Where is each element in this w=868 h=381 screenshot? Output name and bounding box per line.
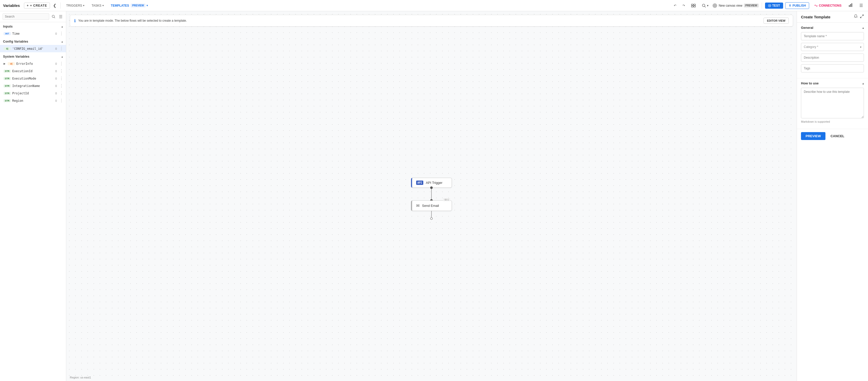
list-item[interactable]: ▶ U| ErrorInfo 0 ⋮ — [0, 60, 66, 67]
variable-count: 0 — [55, 84, 57, 87]
tasks-tab[interactable]: TASKS ▾ — [89, 3, 106, 8]
variable-name: Region — [12, 99, 54, 102]
variable-name: ExecutionId — [12, 69, 54, 73]
cancel-button[interactable]: CANCEL — [828, 132, 847, 140]
general-section-header[interactable]: General ▴ — [801, 26, 864, 30]
zoom-icon — [702, 4, 706, 8]
search-icon-button[interactable] — [51, 15, 56, 18]
type-badge-str: STR — [4, 84, 11, 87]
notification-icon-button[interactable] — [854, 14, 858, 19]
variable-menu-icon[interactable]: ⋮ — [59, 91, 63, 96]
list-item[interactable]: INT Time 0 ⋮ — [0, 30, 66, 37]
node-id-badge: ID:1 — [443, 198, 450, 201]
description-field — [801, 54, 864, 62]
hamburger-menu-button[interactable]: ☰ — [857, 2, 865, 9]
expand-arrow-icon: ▶ — [4, 62, 6, 65]
variable-menu-icon[interactable]: ⋮ — [59, 98, 63, 103]
templates-preview-badge: PREVIEW — [131, 4, 146, 7]
canvas-preview-badge: PREVIEW — [744, 4, 759, 7]
list-item[interactable]: STR ExecutionMode 0 ⋮ — [0, 75, 66, 82]
svg-rect-8 — [849, 5, 850, 7]
api-trigger-label: API Trigger — [426, 181, 442, 185]
how-to-use-section-header[interactable]: How to use ▴ — [801, 81, 864, 85]
how-to-use-section-title: How to use — [801, 81, 818, 85]
category-select-wrapper: Category * ▾ — [801, 43, 864, 51]
svg-line-12 — [54, 17, 55, 18]
connections-button[interactable]: CONNECTIONS — [811, 3, 844, 9]
right-panel-header: Create Template — [797, 11, 868, 23]
zoom-chevron-icon: ▾ — [707, 4, 709, 7]
list-item[interactable]: STR ProjectId 0 ⋮ — [0, 89, 66, 97]
svg-rect-3 — [694, 6, 695, 7]
test-label: TEST — [772, 4, 780, 7]
templates-tab[interactable]: TEMPLATES PREVIEW ▾ — [108, 3, 150, 8]
tags-input[interactable] — [801, 64, 864, 72]
filter-icon-button[interactable]: ☰ — [58, 14, 63, 20]
variable-name: ProjectId — [12, 92, 54, 95]
system-list: ▶ U| ErrorInfo 0 ⋮ STR ExecutionId 0 ⋮ S… — [0, 60, 66, 104]
variable-menu-icon[interactable]: ⋮ — [59, 83, 63, 88]
variable-count: 0 — [55, 62, 57, 65]
region-label: Region: us-east1 — [70, 376, 91, 379]
category-field: Category * ▾ — [801, 43, 864, 51]
template-banner: ℹ You are in template mode. The below fl… — [70, 15, 793, 27]
variable-menu-icon[interactable]: ⋮ — [59, 31, 63, 36]
layout-button[interactable] — [689, 3, 698, 8]
cancel-label: CANCEL — [831, 134, 844, 138]
preview-button[interactable]: PREVIEW — [801, 132, 826, 140]
inputs-section-title: Inputs — [3, 25, 13, 28]
category-select[interactable]: Category * — [801, 43, 864, 51]
send-email-node[interactable]: ID:1 ✉ Send Email — [411, 200, 452, 211]
undo-button[interactable]: ↶ — [672, 3, 678, 8]
config-section-header[interactable]: Config Variables ▴ — [0, 37, 66, 45]
variable-menu-icon[interactable]: ⋮ — [59, 76, 63, 81]
how-to-use-textarea[interactable] — [801, 88, 864, 118]
templates-chevron-icon: ▾ — [147, 4, 148, 7]
list-item[interactable]: STR ExecutionId 0 ⋮ — [0, 67, 66, 75]
how-to-use-collapse-icon: ▴ — [862, 82, 864, 85]
variable-name: ErrorInfo — [16, 62, 54, 65]
svg-point-11 — [52, 15, 55, 18]
redo-button[interactable]: ↷ — [680, 3, 687, 8]
api-icon: API — [416, 181, 423, 185]
zoom-button[interactable]: ▾ — [700, 3, 711, 9]
system-section-header[interactable]: System Variables ▴ — [0, 52, 66, 60]
config-list: S| 'CONFIG_email_id' 0 ⋮ — [0, 45, 66, 52]
publish-label: PUBLISH — [793, 4, 806, 7]
search-input[interactable] — [3, 13, 49, 20]
connections-label: CONNECTIONS — [819, 4, 841, 7]
variable-menu-icon[interactable]: ⋮ — [59, 68, 63, 74]
triggers-label: TRIGGERS — [66, 4, 82, 7]
list-item[interactable]: STR Region 0 ⋮ — [0, 97, 66, 104]
inputs-section-header[interactable]: Inputs ▴ — [0, 22, 66, 30]
description-input[interactable] — [801, 54, 864, 62]
expand-panel-button[interactable] — [860, 14, 864, 19]
main-content: ☰ Inputs ▴ INT Time 0 ⋮ Config Variables… — [0, 11, 868, 381]
left-sidebar: ☰ Inputs ▴ INT Time 0 ⋮ Config Variables… — [0, 11, 66, 381]
collapse-sidebar-button[interactable]: ❮ — [52, 2, 57, 9]
svg-line-5 — [705, 6, 706, 7]
triggers-tab[interactable]: TRIGGERS ▾ — [64, 3, 87, 8]
svg-rect-2 — [691, 6, 693, 7]
general-section: General ▴ Category * ▾ — [797, 23, 868, 78]
layout-icon — [691, 4, 696, 7]
list-item[interactable]: STR IntegrationName 0 ⋮ — [0, 82, 66, 89]
markdown-note: Markdown is supported — [801, 120, 864, 123]
test-button[interactable]: TEST — [765, 3, 783, 9]
variable-menu-icon[interactable]: ⋮ — [59, 61, 63, 66]
panel-footer: PREVIEW CANCEL — [797, 129, 868, 143]
variable-menu-icon[interactable]: ⋮ — [59, 46, 63, 51]
svg-marker-7 — [769, 5, 770, 6]
list-item[interactable]: S| 'CONFIG_email_id' 0 ⋮ — [0, 45, 66, 52]
general-section-title: General — [801, 26, 813, 30]
create-button[interactable]: + + CREATE — [24, 3, 50, 9]
type-badge-str: STR — [4, 69, 11, 73]
analytics-button[interactable] — [846, 2, 855, 9]
editor-view-button[interactable]: EDITOR VIEW — [764, 18, 789, 24]
publish-button[interactable]: PUBLISH — [785, 2, 809, 9]
svg-rect-1 — [694, 4, 695, 5]
canvas-area[interactable]: ℹ You are in template mode. The below fl… — [66, 11, 797, 381]
analytics-icon — [849, 3, 853, 7]
template-name-input[interactable] — [801, 32, 864, 40]
svg-rect-0 — [691, 4, 693, 5]
